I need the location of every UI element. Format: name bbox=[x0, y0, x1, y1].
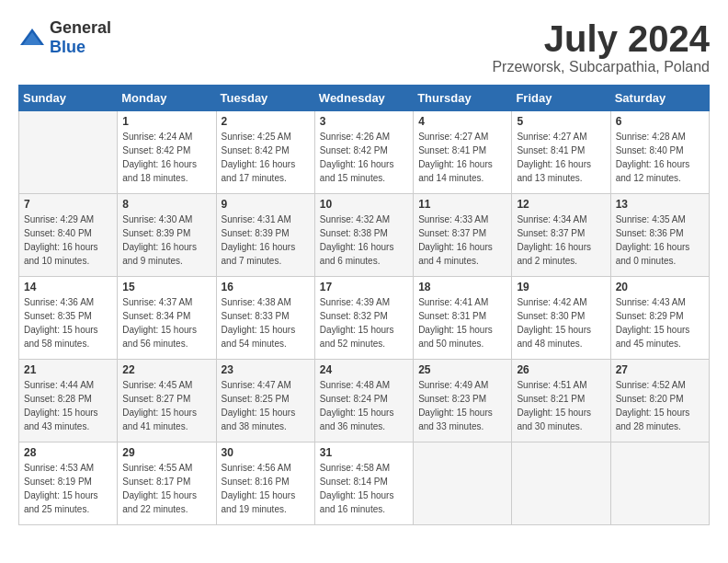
calendar-cell: 28Sunrise: 4:53 AM Sunset: 8:19 PM Dayli… bbox=[19, 442, 118, 525]
day-info: Sunrise: 4:42 AM Sunset: 8:30 PM Dayligh… bbox=[517, 295, 605, 350]
day-info: Sunrise: 4:39 AM Sunset: 8:32 PM Dayligh… bbox=[320, 295, 408, 350]
day-number: 31 bbox=[320, 446, 408, 459]
calendar-cell: 15Sunrise: 4:37 AM Sunset: 8:34 PM Dayli… bbox=[118, 277, 216, 360]
calendar-week-3: 14Sunrise: 4:36 AM Sunset: 8:35 PM Dayli… bbox=[19, 277, 710, 360]
day-number: 4 bbox=[418, 115, 506, 128]
calendar-cell: 3Sunrise: 4:26 AM Sunset: 8:42 PM Daylig… bbox=[314, 111, 413, 194]
title-block: July 2024 Przeworsk, Subcarpathia, Polan… bbox=[492, 18, 710, 75]
calendar-cell: 26Sunrise: 4:51 AM Sunset: 8:21 PM Dayli… bbox=[512, 360, 610, 442]
day-info: Sunrise: 4:27 AM Sunset: 8:41 PM Dayligh… bbox=[418, 130, 506, 185]
calendar-cell: 30Sunrise: 4:56 AM Sunset: 8:16 PM Dayli… bbox=[216, 442, 314, 525]
calendar-cell: 11Sunrise: 4:33 AM Sunset: 8:37 PM Dayli… bbox=[414, 194, 512, 277]
day-number: 7 bbox=[24, 198, 112, 211]
day-number: 18 bbox=[418, 281, 506, 293]
day-info: Sunrise: 4:47 AM Sunset: 8:25 PM Dayligh… bbox=[222, 378, 310, 433]
day-info: Sunrise: 4:24 AM Sunset: 8:42 PM Dayligh… bbox=[122, 130, 210, 185]
calendar-cell: 29Sunrise: 4:55 AM Sunset: 8:17 PM Dayli… bbox=[118, 442, 216, 525]
day-number: 6 bbox=[616, 115, 704, 128]
calendar-cell: 5Sunrise: 4:27 AM Sunset: 8:41 PM Daylig… bbox=[512, 111, 610, 194]
day-info: Sunrise: 4:48 AM Sunset: 8:24 PM Dayligh… bbox=[320, 378, 408, 433]
day-number: 16 bbox=[222, 281, 310, 293]
day-info: Sunrise: 4:44 AM Sunset: 8:28 PM Dayligh… bbox=[24, 378, 112, 433]
weekday-wednesday: Wednesday bbox=[314, 86, 413, 111]
calendar-cell bbox=[414, 442, 512, 525]
day-info: Sunrise: 4:28 AM Sunset: 8:40 PM Dayligh… bbox=[616, 130, 704, 185]
calendar-cell: 1Sunrise: 4:24 AM Sunset: 8:42 PM Daylig… bbox=[118, 111, 216, 194]
day-number: 29 bbox=[122, 446, 210, 459]
day-info: Sunrise: 4:35 AM Sunset: 8:36 PM Dayligh… bbox=[616, 213, 704, 268]
day-number: 14 bbox=[24, 281, 112, 293]
calendar-cell: 23Sunrise: 4:47 AM Sunset: 8:25 PM Dayli… bbox=[216, 360, 314, 442]
day-number: 25 bbox=[418, 363, 506, 376]
day-number: 13 bbox=[616, 198, 704, 211]
calendar-week-4: 21Sunrise: 4:44 AM Sunset: 8:28 PM Dayli… bbox=[19, 360, 710, 442]
calendar-cell: 10Sunrise: 4:32 AM Sunset: 8:38 PM Dayli… bbox=[314, 194, 413, 277]
weekday-friday: Friday bbox=[512, 86, 610, 111]
calendar-cell: 2Sunrise: 4:25 AM Sunset: 8:42 PM Daylig… bbox=[216, 111, 314, 194]
calendar-cell: 22Sunrise: 4:45 AM Sunset: 8:27 PM Dayli… bbox=[118, 360, 216, 442]
calendar-cell: 12Sunrise: 4:34 AM Sunset: 8:37 PM Dayli… bbox=[512, 194, 610, 277]
weekday-monday: Monday bbox=[118, 86, 216, 111]
day-number: 23 bbox=[222, 363, 310, 376]
weekday-tuesday: Tuesday bbox=[216, 86, 314, 111]
day-info: Sunrise: 4:34 AM Sunset: 8:37 PM Dayligh… bbox=[517, 213, 605, 268]
calendar-cell: 4Sunrise: 4:27 AM Sunset: 8:41 PM Daylig… bbox=[414, 111, 512, 194]
calendar-cell bbox=[512, 442, 610, 525]
day-info: Sunrise: 4:49 AM Sunset: 8:23 PM Dayligh… bbox=[418, 378, 506, 433]
calendar-cell: 13Sunrise: 4:35 AM Sunset: 8:36 PM Dayli… bbox=[610, 194, 709, 277]
day-number: 2 bbox=[222, 115, 310, 128]
day-number: 27 bbox=[616, 363, 704, 376]
day-number: 24 bbox=[320, 363, 408, 376]
day-info: Sunrise: 4:32 AM Sunset: 8:38 PM Dayligh… bbox=[320, 213, 408, 268]
calendar-week-1: 1Sunrise: 4:24 AM Sunset: 8:42 PM Daylig… bbox=[19, 111, 710, 194]
day-number: 15 bbox=[122, 281, 210, 293]
day-number: 1 bbox=[122, 115, 210, 128]
day-info: Sunrise: 4:52 AM Sunset: 8:20 PM Dayligh… bbox=[616, 378, 704, 433]
day-info: Sunrise: 4:27 AM Sunset: 8:41 PM Dayligh… bbox=[517, 130, 605, 185]
calendar-cell: 8Sunrise: 4:30 AM Sunset: 8:39 PM Daylig… bbox=[118, 194, 216, 277]
calendar-cell: 27Sunrise: 4:52 AM Sunset: 8:20 PM Dayli… bbox=[610, 360, 709, 442]
calendar-cell: 31Sunrise: 4:58 AM Sunset: 8:14 PM Dayli… bbox=[314, 442, 413, 525]
calendar-cell: 7Sunrise: 4:29 AM Sunset: 8:40 PM Daylig… bbox=[19, 194, 118, 277]
day-info: Sunrise: 4:41 AM Sunset: 8:31 PM Dayligh… bbox=[418, 295, 506, 350]
calendar-week-2: 7Sunrise: 4:29 AM Sunset: 8:40 PM Daylig… bbox=[19, 194, 710, 277]
day-number: 9 bbox=[222, 198, 310, 211]
day-number: 28 bbox=[24, 446, 112, 459]
day-number: 12 bbox=[517, 198, 605, 211]
day-number: 5 bbox=[517, 115, 605, 128]
day-info: Sunrise: 4:45 AM Sunset: 8:27 PM Dayligh… bbox=[122, 378, 210, 433]
month-year: July 2024 bbox=[492, 18, 710, 59]
location: Przeworsk, Subcarpathia, Poland bbox=[492, 59, 710, 75]
day-info: Sunrise: 4:51 AM Sunset: 8:21 PM Dayligh… bbox=[517, 378, 605, 433]
calendar-cell bbox=[610, 442, 709, 525]
weekday-saturday: Saturday bbox=[610, 86, 709, 111]
day-number: 30 bbox=[222, 446, 310, 459]
weekday-sunday: Sunday bbox=[19, 86, 118, 111]
logo-blue: Blue bbox=[50, 38, 85, 56]
day-info: Sunrise: 4:31 AM Sunset: 8:39 PM Dayligh… bbox=[222, 213, 310, 268]
calendar-cell: 6Sunrise: 4:28 AM Sunset: 8:40 PM Daylig… bbox=[610, 111, 709, 194]
day-number: 20 bbox=[616, 281, 704, 293]
calendar-cell: 24Sunrise: 4:48 AM Sunset: 8:24 PM Dayli… bbox=[314, 360, 413, 442]
calendar-cell bbox=[19, 111, 118, 194]
day-info: Sunrise: 4:37 AM Sunset: 8:34 PM Dayligh… bbox=[122, 295, 210, 350]
calendar-table: SundayMondayTuesdayWednesdayThursdayFrid… bbox=[18, 85, 710, 525]
calendar-body: 1Sunrise: 4:24 AM Sunset: 8:42 PM Daylig… bbox=[19, 111, 710, 525]
day-number: 17 bbox=[320, 281, 408, 293]
calendar-cell: 20Sunrise: 4:43 AM Sunset: 8:29 PM Dayli… bbox=[610, 277, 709, 360]
day-info: Sunrise: 4:56 AM Sunset: 8:16 PM Dayligh… bbox=[222, 461, 310, 516]
day-info: Sunrise: 4:36 AM Sunset: 8:35 PM Dayligh… bbox=[24, 295, 112, 350]
logo-general: General bbox=[50, 18, 111, 37]
day-number: 22 bbox=[122, 363, 210, 376]
page-header: General Blue July 2024 Przeworsk, Subcar… bbox=[18, 18, 710, 75]
day-number: 3 bbox=[320, 115, 408, 128]
calendar-cell: 16Sunrise: 4:38 AM Sunset: 8:33 PM Dayli… bbox=[216, 277, 314, 360]
day-info: Sunrise: 4:53 AM Sunset: 8:19 PM Dayligh… bbox=[24, 461, 112, 516]
weekday-header-row: SundayMondayTuesdayWednesdayThursdayFrid… bbox=[19, 86, 710, 111]
calendar-cell: 17Sunrise: 4:39 AM Sunset: 8:32 PM Dayli… bbox=[314, 277, 413, 360]
calendar-cell: 18Sunrise: 4:41 AM Sunset: 8:31 PM Dayli… bbox=[414, 277, 512, 360]
day-number: 11 bbox=[418, 198, 506, 211]
day-number: 21 bbox=[24, 363, 112, 376]
logo-icon bbox=[18, 27, 46, 49]
day-number: 26 bbox=[517, 363, 605, 376]
